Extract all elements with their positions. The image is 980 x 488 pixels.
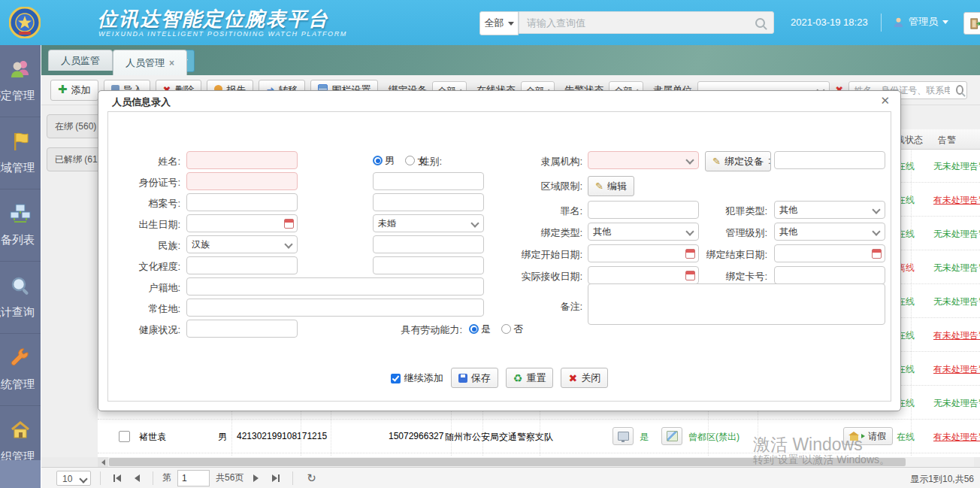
refresh-icon[interactable]: ↻	[307, 471, 316, 485]
health-input[interactable]	[186, 320, 298, 338]
page-size-value: 10	[62, 474, 72, 484]
dialog-close-icon[interactable]: ✕	[880, 94, 890, 108]
cell-gender: 男	[218, 431, 227, 444]
chevron-down-icon	[508, 22, 514, 26]
tab-label: 人员管理	[126, 56, 165, 70]
bind-age-input[interactable]	[373, 193, 484, 211]
row-checkbox[interactable]	[119, 431, 130, 442]
tab-人员管理[interactable]: 人员管理×	[113, 50, 187, 75]
bind-device-button[interactable]: ✎ 绑定设备	[705, 151, 771, 171]
save-label: 保存	[471, 371, 491, 385]
alert-status[interactable]: 有未处理告警	[933, 363, 980, 376]
org-select[interactable]	[588, 151, 699, 169]
scroll-left-button[interactable]	[98, 457, 108, 467]
bind-end-input[interactable]	[774, 244, 885, 262]
file-number-input[interactable]	[186, 193, 298, 211]
ethnic-value: 汉族	[192, 239, 210, 250]
calendar-icon[interactable]	[872, 249, 882, 259]
page-number-input[interactable]	[177, 470, 210, 486]
page-size-select[interactable]: 10	[56, 471, 91, 486]
sidebar-item-系统管理[interactable]: 系统管理	[0, 334, 41, 406]
chevron-down-icon	[872, 205, 880, 214]
close-button[interactable]: ✖ 关闭	[561, 368, 608, 388]
search-icon[interactable]	[755, 18, 765, 28]
ethnic-label: 民族:	[158, 239, 180, 253]
sidebar-item-区域管理[interactable]: 区域管理	[0, 117, 41, 189]
alert-status[interactable]: 有未处理告警	[933, 431, 980, 444]
tab-人员监管[interactable]: 人员监管	[48, 50, 113, 71]
sidebar-item-统计查询[interactable]: 统计查询	[0, 262, 41, 334]
calendar-icon[interactable]	[284, 219, 294, 229]
health-label: 健康状况:	[138, 323, 180, 337]
gender-male-label: 男	[385, 155, 395, 166]
tab-label: 人员监管	[61, 54, 100, 68]
last-page-button[interactable]	[268, 474, 283, 482]
remark-textarea[interactable]	[588, 283, 885, 325]
monitor-button[interactable]	[612, 427, 634, 445]
bind-card-input[interactable]	[774, 266, 885, 284]
alert-status[interactable]: 有未处理告警	[933, 329, 980, 342]
birth-date-input[interactable]	[186, 214, 298, 232]
monitor-icon	[618, 432, 629, 441]
pencil-icon: ✎	[595, 180, 603, 192]
save-button[interactable]: 保存	[451, 368, 498, 388]
labor-yes-radio[interactable]	[469, 324, 479, 334]
name-input[interactable]	[186, 151, 298, 169]
alert-status[interactable]: 有未处理告警	[933, 194, 980, 207]
divider	[292, 471, 293, 485]
calendar-icon[interactable]	[685, 249, 695, 259]
global-search-input[interactable]	[519, 11, 774, 34]
marriage-select[interactable]: 未婚	[373, 214, 484, 232]
next-page-button[interactable]	[250, 474, 262, 482]
chevron-down-icon	[284, 240, 292, 248]
prev-page-button[interactable]	[131, 474, 144, 482]
search-stats-icon	[10, 275, 31, 299]
receive-date-input[interactable]	[588, 266, 699, 284]
phone-input[interactable]	[373, 172, 484, 190]
toolbar-button-添加[interactable]: ✚添加	[50, 80, 98, 101]
area-edit-label: 编辑	[607, 180, 627, 193]
hukou-type-input[interactable]	[373, 256, 484, 274]
bind-start-input[interactable]	[588, 244, 699, 262]
education-input[interactable]	[186, 256, 298, 274]
reset-icon: ♻	[513, 372, 523, 384]
first-page-button[interactable]	[110, 474, 125, 482]
search-scope-dropdown[interactable]: 全部	[479, 11, 519, 35]
sidebar-item-设备列表[interactable]: 设备列表	[0, 189, 41, 262]
bind-type-select[interactable]: 其他	[588, 223, 699, 241]
app-header: 位讯达智能定位腕表平台 WEIXUNDA INTELLIGENT POSITIO…	[0, 0, 980, 45]
save-icon	[458, 374, 467, 383]
wrench-icon	[10, 347, 31, 371]
toolbar-button-label: 添加	[71, 83, 91, 97]
bind-type-value: 其他	[593, 226, 611, 237]
region-button[interactable]	[661, 427, 682, 445]
close-label: 关闭	[581, 371, 600, 385]
logout-button[interactable]	[963, 12, 980, 35]
calendar-icon[interactable]	[685, 271, 695, 280]
religion-input[interactable]	[373, 235, 484, 253]
gender-male-radio[interactable]	[373, 156, 383, 165]
sidebar-item-绑定管理[interactable]: 绑定管理	[0, 45, 41, 117]
bind-device-input[interactable]	[774, 151, 885, 169]
sidebar-item-label: 设备列表	[0, 233, 35, 247]
crime-type-select[interactable]: 其他	[774, 201, 885, 219]
tab-close-icon[interactable]: ×	[169, 58, 174, 68]
gender-female-radio[interactable]	[405, 156, 415, 165]
ethnic-select[interactable]: 汉族	[186, 235, 298, 253]
alert-status: 无未处理告警	[933, 296, 980, 308]
police-badge-logo	[9, 7, 41, 38]
manage-level-select[interactable]: 其他	[774, 223, 885, 241]
id-number-input[interactable]	[186, 172, 298, 190]
residence-input[interactable]	[186, 299, 484, 317]
crime-input[interactable]	[588, 201, 699, 219]
continue-add-checkbox[interactable]	[391, 371, 401, 385]
reset-button[interactable]: ♻ 重置	[506, 368, 554, 388]
marriage-value: 未婚	[378, 218, 396, 229]
user-menu[interactable]: 管理员	[893, 15, 948, 29]
labor-no-radio[interactable]	[501, 324, 511, 334]
crime-type-label: 犯罪类型:	[725, 205, 767, 218]
sidebar-item-组织管理[interactable]: 组织管理	[0, 406, 41, 460]
hukou-input[interactable]	[186, 277, 484, 296]
area-edit-button[interactable]: ✎ 编辑	[588, 176, 634, 196]
search-icon[interactable]	[956, 85, 963, 95]
